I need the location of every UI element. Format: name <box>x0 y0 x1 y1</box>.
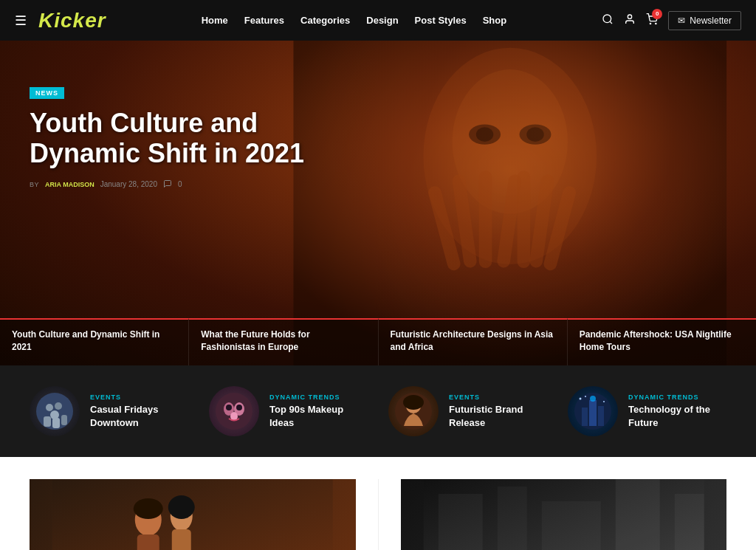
hamburger-menu[interactable]: ☰ <box>15 13 27 29</box>
svg-point-31 <box>236 405 242 410</box>
svg-point-10 <box>476 127 493 142</box>
featured-item-3[interactable]: EVENTS Futuristic Brand Release <box>388 386 547 436</box>
feat-title-3: Futuristic Brand Release <box>449 403 547 429</box>
featured-thumb-icon-1 <box>30 386 80 436</box>
featured-item-2[interactable]: DYNAMIC TRENDS Top 90s Makeup Ideas <box>209 386 368 436</box>
featured-thumb-2 <box>209 386 259 436</box>
featured-thumb-3 <box>388 386 439 436</box>
featured-info-2: DYNAMIC TRENDS Top 90s Makeup Ideas <box>269 393 368 429</box>
svg-rect-54 <box>615 479 659 550</box>
svg-rect-45 <box>137 534 159 550</box>
featured-item-4[interactable]: DYNAMIC TRENDS Technology of the Future <box>568 386 726 436</box>
cart-badge: 0 <box>652 9 662 19</box>
featured-thumb-icon-4 <box>568 386 618 436</box>
svg-point-21 <box>55 402 62 410</box>
content-divider <box>378 479 379 550</box>
feat-title-1: Casual Fridays Downtown <box>90 403 188 429</box>
featured-info-4: DYNAMIC TRENDS Technology of the Future <box>628 393 726 429</box>
feat-category-2: DYNAMIC TRENDS <box>269 393 368 401</box>
hero-category-badge: NEWS <box>30 87 64 99</box>
article-image-2 <box>401 479 727 550</box>
feat-category-1: EVENTS <box>90 393 188 401</box>
article-image-1 <box>30 479 356 550</box>
svg-rect-37 <box>582 408 588 426</box>
svg-point-30 <box>226 405 232 410</box>
main-content: LIFESTYLE Social and Political Equality … <box>0 457 756 550</box>
svg-point-34 <box>403 395 424 410</box>
nav-categories[interactable]: Categories <box>300 15 350 26</box>
strip-title-3: Futuristic Architecture Designs in Asia … <box>391 329 555 354</box>
svg-rect-43 <box>52 479 333 550</box>
svg-rect-55 <box>674 494 704 550</box>
newsletter-icon: ✉ <box>678 16 685 26</box>
strip-title-2: What the Future Holds for Fashionistas i… <box>201 329 365 354</box>
hero-meta: BY Aria Madison January 28, 2020 0 <box>30 179 354 190</box>
svg-rect-47 <box>172 529 191 550</box>
featured-thumb-icon-3 <box>388 386 439 436</box>
comment-icon <box>163 179 172 190</box>
svg-point-42 <box>585 396 586 397</box>
feat-title-4: Technology of the Future <box>628 403 726 429</box>
svg-rect-52 <box>497 487 526 550</box>
search-icon[interactable] <box>602 13 614 28</box>
svg-point-20 <box>46 404 53 411</box>
hero-content: NEWS Youth Culture and Dynamic Shift in … <box>0 41 384 190</box>
strip-title-1: Youth Culture and Dynamic Shift in 2021 <box>12 329 176 354</box>
by-label: BY <box>30 181 39 188</box>
hero-title: Youth Culture and Dynamic Shift in 2021 <box>30 108 354 169</box>
svg-rect-51 <box>438 494 482 550</box>
svg-point-48 <box>134 498 163 519</box>
cart-icon[interactable]: 0 <box>646 13 658 28</box>
svg-rect-24 <box>52 418 60 428</box>
svg-point-39 <box>590 396 596 402</box>
strip-item-3[interactable]: Futuristic Architecture Designs in Asia … <box>378 318 567 365</box>
feat-category-4: DYNAMIC TRENDS <box>628 393 726 401</box>
newsletter-button[interactable]: ✉ Newsletter <box>668 11 741 30</box>
svg-point-26 <box>216 393 252 430</box>
feat-category-3: EVENTS <box>449 393 547 401</box>
svg-rect-14 <box>479 171 492 268</box>
newsletter-label: Newsletter <box>690 16 732 26</box>
hero-section: NEWS Youth Culture and Dynamic Shift in … <box>0 41 756 365</box>
article-card-2: LIFESTYLE Article Two <box>401 479 727 550</box>
svg-point-0 <box>603 15 611 23</box>
navbar: ☰ Kicker Home Features Categories Design… <box>0 0 756 41</box>
hero-author[interactable]: Aria Madison <box>45 181 94 188</box>
nav-home[interactable]: Home <box>202 15 228 26</box>
navbar-right: 0 ✉ Newsletter <box>602 11 741 30</box>
featured-item-1[interactable]: EVENTS Casual Fridays Downtown <box>30 386 188 436</box>
featured-thumb-icon-2 <box>209 386 259 436</box>
navbar-left: ☰ Kicker <box>15 9 106 32</box>
nav-shop[interactable]: Shop <box>483 15 507 26</box>
svg-point-49 <box>168 495 195 519</box>
nav-links: Home Features Categories Design Post Sty… <box>202 15 506 26</box>
svg-point-40 <box>580 398 582 400</box>
svg-line-1 <box>610 21 612 24</box>
featured-info-1: EVENTS Casual Fridays Downtown <box>90 393 188 429</box>
hero-date: January 28, 2020 <box>100 180 157 188</box>
nav-post-styles[interactable]: Post Styles <box>415 15 467 26</box>
article-strip: Youth Culture and Dynamic Shift in 2021 … <box>0 318 756 365</box>
user-icon[interactable] <box>624 13 636 28</box>
svg-point-4 <box>656 23 656 24</box>
svg-point-11 <box>527 127 544 142</box>
featured-thumb-4 <box>568 386 618 436</box>
article-image-svg-1 <box>30 479 356 550</box>
svg-rect-25 <box>61 415 67 425</box>
svg-rect-23 <box>44 416 51 427</box>
featured-info-3: EVENTS Futuristic Brand Release <box>449 393 547 429</box>
nav-features[interactable]: Features <box>244 15 284 26</box>
featured-thumb-1 <box>30 386 80 436</box>
article-image-svg-2 <box>401 479 727 550</box>
featured-section: EVENTS Casual Fridays Downtown DYNAMIC T… <box>0 365 756 457</box>
svg-point-2 <box>628 15 632 18</box>
strip-item-1[interactable]: Youth Culture and Dynamic Shift in 2021 <box>0 318 188 365</box>
svg-rect-38 <box>598 406 604 426</box>
svg-rect-53 <box>541 501 600 550</box>
nav-design[interactable]: Design <box>366 15 398 26</box>
strip-item-4[interactable]: Pandemic Aftershock: USA Nightlife Home … <box>567 318 756 365</box>
article-card-1: LIFESTYLE Social and Political Equality … <box>30 479 356 550</box>
strip-title-4: Pandemic Aftershock: USA Nightlife Home … <box>580 329 744 354</box>
strip-item-2[interactable]: What the Future Holds for Fashionistas i… <box>188 318 377 365</box>
site-logo[interactable]: Kicker <box>38 9 106 32</box>
